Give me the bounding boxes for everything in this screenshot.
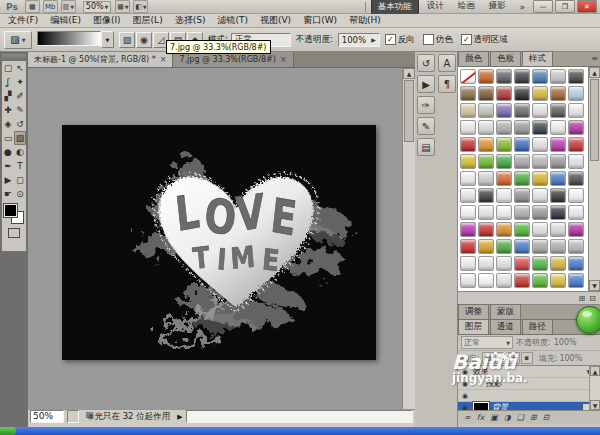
- lock-icon-3[interactable]: ▪: [521, 352, 533, 364]
- rectangular-marquee-tool[interactable]: ▢: [2, 61, 14, 75]
- start-button[interactable]: [0, 427, 16, 435]
- style-swatch[interactable]: [460, 205, 476, 220]
- arrange-documents-icon[interactable]: ▦▼: [115, 0, 130, 13]
- style-swatch[interactable]: [478, 120, 494, 135]
- style-swatch[interactable]: [550, 273, 566, 288]
- style-swatch[interactable]: [550, 137, 566, 152]
- checkbox-box-icon[interactable]: [423, 34, 434, 45]
- floating-badge-icon[interactable]: [576, 306, 600, 334]
- checkbox-1[interactable]: 仿色: [423, 34, 453, 46]
- style-swatch[interactable]: [532, 205, 548, 220]
- menu-item-8[interactable]: 帮助(H): [343, 13, 387, 28]
- style-swatch[interactable]: [460, 256, 476, 271]
- gradient-picker-arrow-icon[interactable]: ▼: [101, 31, 114, 48]
- style-swatch[interactable]: [568, 171, 584, 186]
- gradient-preview[interactable]: [37, 31, 101, 46]
- scroll-up-icon[interactable]: ▲: [590, 366, 600, 376]
- style-swatch[interactable]: [514, 154, 530, 169]
- effect-row[interactable]: ◉: [458, 390, 593, 402]
- menu-item-3[interactable]: 图层(L): [127, 13, 169, 28]
- style-swatch[interactable]: [496, 120, 512, 135]
- tab-styles-2[interactable]: 样式: [522, 51, 553, 66]
- style-swatch[interactable]: [496, 103, 512, 118]
- lasso-tool[interactable]: ʆ: [2, 75, 14, 89]
- style-swatch[interactable]: [568, 154, 584, 169]
- history-panel-icon[interactable]: ↺: [417, 54, 435, 72]
- foreground-color-swatch[interactable]: [4, 204, 17, 217]
- workspace-overflow-button[interactable]: »: [514, 1, 531, 13]
- style-swatch[interactable]: [460, 86, 476, 101]
- panel-menu-icon[interactable]: ≡: [591, 54, 598, 63]
- checkbox-box-icon[interactable]: ✓: [385, 34, 396, 45]
- tab-layers-0[interactable]: 图层: [458, 319, 489, 334]
- dodge-tool[interactable]: ◐: [14, 145, 26, 159]
- status-zoom-field[interactable]: 50%: [30, 410, 64, 423]
- style-swatch[interactable]: [514, 171, 530, 186]
- style-swatch[interactable]: [550, 69, 566, 84]
- style-swatch[interactable]: [496, 154, 512, 169]
- view-extras-icon[interactable]: ▥▼: [61, 0, 76, 13]
- adjustment-layer-icon[interactable]: ◑: [504, 413, 511, 422]
- toolbox-grip[interactable]: [2, 54, 26, 61]
- scroll-up-icon[interactable]: ▲: [589, 67, 600, 78]
- style-swatch[interactable]: [568, 239, 584, 254]
- style-swatch[interactable]: [496, 205, 512, 220]
- fill-value[interactable]: 100%: [559, 354, 582, 363]
- menu-item-6[interactable]: 视图(V): [254, 13, 297, 28]
- link-layers-icon[interactable]: ∞: [464, 413, 471, 422]
- menu-item-5[interactable]: 滤镜(T): [211, 13, 254, 28]
- style-swatch[interactable]: [496, 69, 512, 84]
- eye-icon[interactable]: ◉: [460, 380, 470, 388]
- delete-layer-icon[interactable]: ⊟: [543, 413, 550, 422]
- style-swatch[interactable]: [514, 222, 530, 237]
- style-swatch[interactable]: [568, 222, 584, 237]
- eye-icon[interactable]: ◉: [460, 404, 470, 411]
- radial-gradient-button[interactable]: ◉: [136, 32, 152, 48]
- layer-thumbnail[interactable]: [473, 402, 489, 410]
- history-brush-tool[interactable]: ↺: [14, 117, 26, 131]
- status-arrow-icon[interactable]: ▶: [177, 413, 182, 421]
- bridge-launcher-icon[interactable]: ▦: [25, 0, 40, 13]
- style-swatch[interactable]: [532, 273, 548, 288]
- eye-icon[interactable]: ◉: [460, 392, 470, 400]
- tab-styles-0[interactable]: 颜色: [458, 51, 489, 66]
- style-swatch[interactable]: [550, 154, 566, 169]
- quick-mask-button[interactable]: [8, 228, 20, 238]
- style-swatch[interactable]: [550, 120, 566, 135]
- workspace-button-3[interactable]: 摄影: [483, 0, 512, 15]
- style-swatch[interactable]: [568, 103, 584, 118]
- style-swatch[interactable]: [514, 188, 530, 203]
- type-tool[interactable]: T: [14, 159, 26, 173]
- gradient-tool[interactable]: ▨: [14, 131, 26, 145]
- style-swatch[interactable]: [532, 171, 548, 186]
- linear-gradient-button[interactable]: ▧: [119, 32, 135, 48]
- scrollbar-thumb[interactable]: [590, 79, 599, 161]
- checkbox-2[interactable]: ✓透明区域: [461, 34, 508, 46]
- document-tab-1[interactable]: 7.jpg @ 33.3%(RGB/8#)×: [173, 52, 293, 67]
- eye-icon[interactable]: ◉: [460, 368, 470, 376]
- shape-tool[interactable]: ◻: [14, 173, 26, 187]
- minimize-button[interactable]: —: [533, 0, 553, 13]
- style-swatch[interactable]: [460, 154, 476, 169]
- workspace-button-1[interactable]: 设计: [421, 0, 450, 15]
- style-swatch[interactable]: [460, 171, 476, 186]
- menu-item-0[interactable]: 文件(F): [2, 13, 44, 28]
- style-swatch[interactable]: [568, 188, 584, 203]
- zoom-tool[interactable]: ⊙: [14, 187, 26, 201]
- style-swatch[interactable]: [478, 103, 494, 118]
- tab-layers-1[interactable]: 通道: [490, 319, 521, 334]
- style-swatch[interactable]: [496, 188, 512, 203]
- workspace-button-2[interactable]: 绘画: [452, 0, 481, 15]
- style-swatch[interactable]: [550, 222, 566, 237]
- tool-presets-panel-icon[interactable]: ✑: [417, 96, 435, 114]
- style-swatch[interactable]: [460, 120, 476, 135]
- style-swatch[interactable]: [514, 256, 530, 271]
- vertical-scrollbar[interactable]: ▲: [402, 68, 415, 409]
- style-swatch[interactable]: [478, 222, 494, 237]
- style-swatch[interactable]: [568, 205, 584, 220]
- style-swatch[interactable]: [514, 239, 530, 254]
- style-swatch[interactable]: [532, 86, 548, 101]
- style-swatch[interactable]: [532, 239, 548, 254]
- style-swatch[interactable]: [460, 137, 476, 152]
- style-swatch[interactable]: [496, 171, 512, 186]
